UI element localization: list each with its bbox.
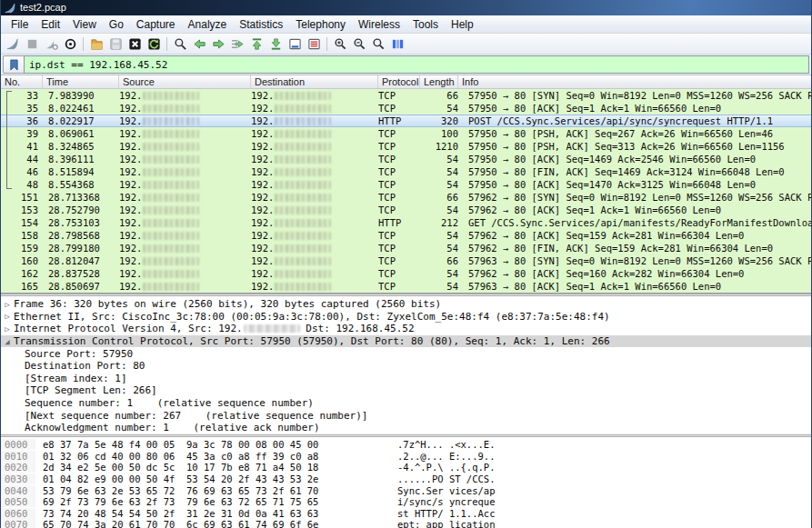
packet-length: 66	[420, 192, 458, 203]
detail-line-2[interactable]: ▷Internet Protocol Version 4, Src: 192. …	[1, 323, 811, 335]
colorize-button[interactable]	[305, 35, 323, 53]
hex-row-0040[interactable]: 004053 79 6e 63 2e 53 65 72 76 69 63 65 …	[1, 484, 811, 496]
reload-file-button[interactable]	[145, 35, 163, 53]
open-file-button[interactable]	[87, 35, 105, 53]
detail-line-9[interactable]: [Next sequence number: 267 (relative seq…	[1, 409, 811, 422]
detail-line-6[interactable]: [Stream index: 1]	[1, 373, 811, 385]
packet-row-162[interactable]: 16228.837528192.192.TCP5457962 → 80 [ACK…	[1, 267, 811, 280]
restart-capture-button[interactable]	[42, 35, 60, 53]
packet-destination: 192.	[251, 204, 378, 215]
zoom-out-button[interactable]	[350, 35, 368, 53]
column-header-source[interactable]: Source	[119, 75, 251, 88]
packet-list-header[interactable]: No. Time Source Destination Protocol Len…	[1, 75, 811, 89]
packet-row-158[interactable]: 15828.798568192.192.TCP5457962 → 80 [ACK…	[1, 229, 811, 242]
packet-row-33[interactable]: 337.983990192.192.TCP6657950 → 80 [SYN] …	[1, 89, 811, 102]
title-bar[interactable]: test2.pcap	[1, 0, 811, 15]
redacted-source	[143, 206, 199, 214]
go-to-bottom-button[interactable]	[266, 35, 285, 53]
find-packet-button[interactable]	[171, 35, 189, 53]
detail-line-3[interactable]: ◢Transmission Control Protocol, Src Port…	[1, 335, 811, 348]
menu-analyze[interactable]: Analyze	[182, 16, 234, 33]
detail-line-4[interactable]: Source Port: 57950	[1, 347, 811, 360]
detail-line-10[interactable]: Acknowledgment number: 1 (relative ack n…	[1, 422, 811, 434]
expand-toggle-icon[interactable]: ▷	[1, 312, 14, 321]
column-header-length[interactable]: Length	[420, 75, 458, 88]
start-capture-button[interactable]	[4, 35, 22, 53]
redacted-source	[143, 283, 199, 291]
hex-row-0030[interactable]: 003001 04 82 e9 00 00 50 4f 53 54 20 2f …	[1, 473, 811, 485]
packet-row-154[interactable]: 15428.753103192.192.HTTP212GET /CCS.Sync…	[1, 216, 811, 229]
hex-row-0020[interactable]: 00202d 34 e2 5e 00 50 dc 5c 10 17 7b e8 …	[1, 462, 811, 473]
packet-row-165[interactable]: 16528.850697192.192.TCP5457963 → 80 [ACK…	[1, 280, 811, 293]
menu-file[interactable]: File	[5, 16, 35, 33]
menu-telephony[interactable]: Telephony	[289, 16, 352, 33]
capture-options-button[interactable]	[61, 35, 79, 53]
menu-help[interactable]: Help	[445, 16, 480, 33]
menu-edit[interactable]: Edit	[35, 16, 66, 33]
packet-row-41[interactable]: 418.324865192.192.TCP121057950 → 80 [PSH…	[1, 140, 811, 153]
packet-row-39[interactable]: 398.069061192.192.TCP10057950 → 80 [PSH,…	[1, 127, 811, 140]
display-filter-input[interactable]: ip.dst == 192.168.45.52	[24, 55, 809, 74]
packet-row-160[interactable]: 16028.812047192.192.TCP6657963 → 80 [SYN…	[1, 254, 811, 267]
column-header-info[interactable]: Info	[458, 75, 811, 88]
packet-row-153[interactable]: 15328.752790192.192.TCP5457962 → 80 [ACK…	[1, 204, 811, 216]
menu-wireless[interactable]: Wireless	[352, 16, 406, 33]
hex-row-0010[interactable]: 001001 32 06 cd 40 00 80 06 45 3a c0 a8 …	[1, 451, 811, 463]
expand-toggle-icon[interactable]: ▷	[1, 300, 14, 309]
detail-text: Internet Protocol Version 4, Src: 192. D…	[14, 323, 415, 334]
column-header-no[interactable]: No.	[1, 75, 43, 88]
packet-list[interactable]: 337.983990192.192.TCP6657950 → 80 [SYN] …	[1, 89, 811, 294]
detail-line-1[interactable]: ▷Ethernet II, Src: CiscoInc_3c:78:00 (00…	[1, 311, 811, 324]
packet-details-pane[interactable]: ▷Frame 36: 320 bytes on wire (2560 bits)…	[1, 296, 811, 434]
packet-row-151[interactable]: 15128.713368192.192.TCP6657962 → 80 [SYN…	[1, 191, 811, 204]
column-header-destination[interactable]: Destination	[251, 75, 378, 88]
zoom-original-button[interactable]	[369, 35, 387, 53]
packet-row-159[interactable]: 15928.799180192.192.TCP5457962 → 80 [FIN…	[1, 242, 811, 254]
detail-line-7[interactable]: [TCP Segment Len: 266]	[1, 384, 811, 397]
packet-protocol: TCP	[378, 255, 420, 266]
go-back-button[interactable]	[190, 35, 208, 53]
packet-info: 57950 → 80 [ACK] Seq=1470 Ack=3125 Win=6…	[458, 179, 811, 190]
bookmark-icon	[9, 59, 19, 71]
hex-row-0050[interactable]: 005069 2f 73 79 6e 63 2f 73 79 6e 63 72 …	[1, 496, 811, 508]
menu-tools[interactable]: Tools	[406, 16, 445, 33]
packet-destination: 192.	[251, 179, 378, 190]
zoom-in-button[interactable]	[331, 35, 349, 53]
column-header-protocol[interactable]: Protocol	[378, 75, 420, 88]
stop-capture-button[interactable]	[23, 35, 41, 53]
detail-line-8[interactable]: Sequence number: 1 (relative sequence nu…	[1, 397, 811, 410]
detail-line-5[interactable]: Destination Port: 80	[1, 360, 811, 373]
menu-capture[interactable]: Capture	[130, 16, 182, 33]
packet-time: 8.515894	[43, 166, 119, 177]
hex-offset: 0000	[1, 439, 35, 450]
menu-view[interactable]: View	[66, 16, 103, 33]
redacted-destination	[275, 143, 331, 151]
hex-row-0060[interactable]: 006073 74 20 48 54 54 50 2f 31 2e 31 0d …	[1, 508, 811, 520]
packet-row-46[interactable]: 468.515894192.192.TCP5457950 → 80 [FIN, …	[1, 165, 811, 178]
hex-row-0070[interactable]: 007065 70 74 3a 20 61 70 70 6c 69 63 61 …	[1, 519, 811, 528]
filter-bookmark-button[interactable]	[3, 55, 24, 74]
toolbar-separator	[83, 37, 84, 51]
go-to-packet-button[interactable]	[228, 35, 246, 53]
hex-row-0000[interactable]: 0000e8 37 7a 5e 48 f4 00 05 9a 3c 78 00 …	[1, 439, 811, 451]
detail-line-0[interactable]: ▷Frame 36: 320 bytes on wire (2560 bits)…	[1, 298, 811, 311]
packet-no: 154	[1, 217, 43, 228]
expand-toggle-icon[interactable]: ▷	[1, 324, 14, 334]
resize-columns-button[interactable]	[388, 35, 406, 53]
save-file-button[interactable]	[106, 35, 125, 53]
go-to-top-button[interactable]	[247, 35, 266, 53]
packet-row-35[interactable]: 358.022461192.192.TCP5457950 → 80 [ACK] …	[1, 102, 811, 115]
close-file-button[interactable]	[125, 35, 144, 53]
packet-bytes-pane[interactable]: 0000e8 37 7a 5e 48 f4 00 05 9a 3c 78 00 …	[1, 437, 811, 528]
packet-row-48[interactable]: 488.554368192.192.TCP5457950 → 80 [ACK] …	[1, 178, 811, 191]
column-header-time[interactable]: Time	[43, 75, 119, 88]
packet-row-44[interactable]: 448.396111192.192.TCP5457950 → 80 [ACK] …	[1, 153, 811, 165]
auto-scroll-button[interactable]	[286, 35, 304, 53]
menu-statistics[interactable]: Statistics	[233, 16, 289, 33]
go-forward-button[interactable]	[209, 35, 227, 53]
packet-time: 28.713368	[43, 192, 119, 203]
menu-go[interactable]: Go	[103, 16, 130, 33]
packet-destination: 192.	[251, 192, 378, 203]
packet-row-36[interactable]: 368.022917192.192.HTTP320POST /CCS.Sync.…	[1, 115, 811, 127]
collapse-toggle-icon[interactable]: ◢	[1, 337, 14, 346]
